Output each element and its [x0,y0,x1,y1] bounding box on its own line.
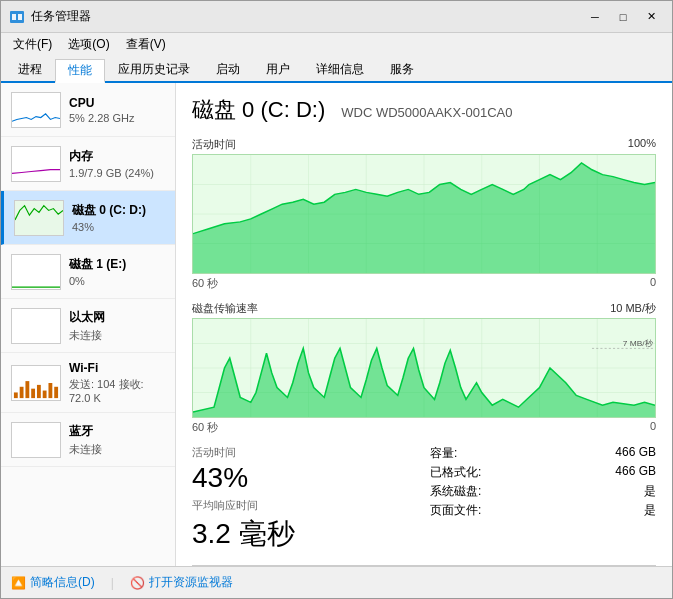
memory-info: 内存 1.9/7.9 GB (24%) [69,148,165,179]
pagefile-value: 是 [644,502,656,519]
minimize-button[interactable]: ─ [582,6,608,28]
transfer-chart: 7 MB/秒 [192,318,656,418]
tab-details[interactable]: 详细信息 [303,57,377,81]
response-stat-value: 3.2 毫秒 [192,515,418,553]
bluetooth-mini-chart [11,422,61,458]
activity-max: 100% [628,137,656,152]
titlebar-icon [9,9,25,25]
svg-rect-1 [12,14,16,20]
bluetooth-info: 蓝牙 未连接 [69,423,165,457]
footer: 🔼 简略信息(D) | 🚫 打开资源监视器 [1,566,672,598]
tabbar: 进程 性能 应用历史记录 启动 用户 详细信息 服务 [1,55,672,83]
transfer-label: 磁盘传输速率 [192,301,258,316]
cpu-mini-chart [11,92,61,128]
svg-rect-4 [12,147,60,181]
disk0-name: 磁盘 0 (C: D:) [72,202,165,219]
formatted-value: 466 GB [615,464,656,481]
tab-services[interactable]: 服务 [377,57,427,81]
main-panel: 磁盘 0 (C: D:) WDC WD5000AAKX-001CA0 活动时间 … [176,83,672,566]
menu-options[interactable]: 选项(O) [60,34,117,55]
wifi-name: Wi-Fi [69,361,165,375]
memory-name: 内存 [69,148,165,165]
footer-separator: | [111,576,114,590]
stats-right: 容量: 466 GB 已格式化: 466 GB 系统磁盘: 是 页面文件: 是 [430,445,656,557]
sidebar-item-bluetooth[interactable]: 蓝牙 未连接 [1,413,175,467]
main-header: 磁盘 0 (C: D:) WDC WD5000AAKX-001CA0 [192,95,656,125]
cpu-value: 5% 2.28 GHz [69,112,165,124]
svg-rect-8 [12,366,60,400]
svg-rect-9 [14,392,18,398]
svg-rect-2 [18,14,22,20]
svg-rect-13 [37,384,41,397]
monitor-icon: 🚫 [130,576,145,590]
activity-footer-right: 0 [650,276,656,291]
bluetooth-value: 未连接 [69,442,165,457]
svg-rect-14 [43,390,47,398]
stats-left: 活动时间 43% 平均响应时间 3.2 毫秒 [192,445,418,557]
bluetooth-name: 蓝牙 [69,423,165,440]
activity-stat-label: 活动时间 [192,445,418,460]
sidebar-item-disk0[interactable]: 磁盘 0 (C: D:) 43% [1,191,175,245]
disk1-info: 磁盘 1 (E:) 0% [69,256,165,287]
ethernet-info: 以太网 未连接 [69,309,165,343]
formatted-label: 已格式化: [430,464,481,481]
sidebar: CPU 5% 2.28 GHz 内存 1.9/7.9 GB (24%) [1,83,176,566]
disk0-info: 磁盘 0 (C: D:) 43% [72,202,165,233]
activity-label: 活动时间 [192,137,236,152]
sidebar-item-wifi[interactable]: Wi-Fi 发送: 104 接收: 72.0 K [1,353,175,413]
summary-link[interactable]: 🔼 简略信息(D) [11,574,95,591]
svg-rect-16 [54,386,58,397]
system-row: 系统磁盘: 是 [430,483,656,500]
monitor-link[interactable]: 🚫 打开资源监视器 [130,574,233,591]
svg-rect-12 [31,388,35,397]
maximize-button[interactable]: □ [610,6,636,28]
capacity-label: 容量: [430,445,457,462]
capacity-value: 466 GB [615,445,656,462]
ethernet-value: 未连接 [69,328,165,343]
tab-startup[interactable]: 启动 [203,57,253,81]
svg-rect-15 [48,383,52,398]
svg-rect-11 [25,381,29,398]
svg-rect-7 [12,309,60,343]
transfer-chart-section: 磁盘传输速率 10 MB/秒 [192,301,656,435]
sidebar-item-disk1[interactable]: 磁盘 1 (E:) 0% [1,245,175,299]
disk0-value: 43% [72,221,165,233]
activity-chart-section: 活动时间 100% [192,137,656,291]
tab-performance[interactable]: 性能 [55,59,105,83]
disk0-mini-chart [14,200,64,236]
sidebar-item-memory[interactable]: 内存 1.9/7.9 GB (24%) [1,137,175,191]
svg-rect-10 [20,386,24,397]
disk1-mini-chart [11,254,61,290]
window-title: 任务管理器 [31,8,582,25]
pagefile-row: 页面文件: 是 [430,502,656,519]
titlebar-controls: ─ □ ✕ [582,6,664,28]
main-content: CPU 5% 2.28 GHz 内存 1.9/7.9 GB (24%) [1,83,672,566]
cpu-name: CPU [69,96,165,110]
disk-subtitle: WDC WD5000AAKX-001CA0 [341,105,512,120]
tab-users[interactable]: 用户 [253,57,303,81]
tab-process[interactable]: 进程 [5,57,55,81]
ethernet-mini-chart [11,308,61,344]
svg-rect-5 [15,201,63,235]
menu-view[interactable]: 查看(V) [118,34,174,55]
stats-grid: 活动时间 43% 平均响应时间 3.2 毫秒 容量: 466 GB 已格式化: … [192,445,656,557]
svg-text:7 MB/秒: 7 MB/秒 [623,340,653,349]
capacity-row: 容量: 466 GB [430,445,656,462]
sidebar-item-cpu[interactable]: CPU 5% 2.28 GHz [1,83,175,137]
system-label: 系统磁盘: [430,483,481,500]
close-button[interactable]: ✕ [638,6,664,28]
transfer-max: 10 MB/秒 [610,301,656,316]
sidebar-item-ethernet[interactable]: 以太网 未连接 [1,299,175,353]
tab-app-history[interactable]: 应用历史记录 [105,57,203,81]
titlebar: 任务管理器 ─ □ ✕ [1,1,672,33]
memory-value: 1.9/7.9 GB (24%) [69,167,165,179]
system-value: 是 [644,483,656,500]
transfer-footer-right: 0 [650,420,656,435]
disk-title: 磁盘 0 (C: D:) [192,95,325,125]
transfer-chart-header: 磁盘传输速率 10 MB/秒 [192,301,656,316]
ethernet-name: 以太网 [69,309,165,326]
summary-label: 简略信息(D) [30,574,95,591]
memory-mini-chart [11,146,61,182]
svg-rect-6 [12,255,60,289]
menu-file[interactable]: 文件(F) [5,34,60,55]
